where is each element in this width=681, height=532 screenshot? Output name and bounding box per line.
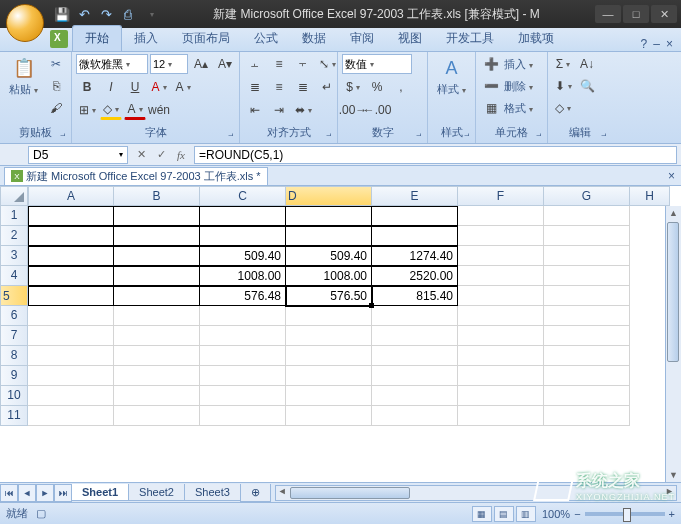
- inc-decimal-icon[interactable]: .00→: [342, 100, 364, 120]
- fill-icon[interactable]: ⬇: [552, 76, 574, 96]
- normal-view-icon[interactable]: ▦: [472, 506, 492, 522]
- find-icon[interactable]: 🔍: [576, 76, 598, 96]
- clear-icon[interactable]: ◇: [552, 98, 574, 118]
- col-header[interactable]: F: [458, 186, 544, 206]
- cell[interactable]: [458, 366, 544, 386]
- row-header[interactable]: 11: [0, 406, 28, 426]
- cell[interactable]: [286, 406, 372, 426]
- cell[interactable]: [28, 306, 114, 326]
- row-header[interactable]: 3: [0, 246, 28, 266]
- cell[interactable]: [458, 386, 544, 406]
- shrink-font-icon[interactable]: A▾: [214, 54, 236, 74]
- save-icon[interactable]: 💾: [54, 6, 70, 22]
- redo-icon[interactable]: ↷: [98, 6, 114, 22]
- tab-review[interactable]: 审阅: [338, 26, 386, 51]
- print-icon[interactable]: ⎙: [120, 6, 136, 22]
- cell[interactable]: [372, 206, 458, 226]
- sheet-nav-prev-icon[interactable]: ◄: [18, 484, 36, 502]
- border-icon[interactable]: ⊞: [76, 100, 98, 120]
- cell[interactable]: [286, 366, 372, 386]
- vertical-scrollbar[interactable]: [665, 206, 681, 482]
- horizontal-scrollbar[interactable]: [275, 485, 677, 501]
- underline-button[interactable]: U: [124, 77, 146, 97]
- tab-data[interactable]: 数据: [290, 26, 338, 51]
- format-cells-button[interactable]: 格式: [504, 101, 533, 116]
- zoom-level[interactable]: 100%: [542, 508, 570, 520]
- percent-icon[interactable]: %: [366, 77, 388, 97]
- macro-record-icon[interactable]: ▢: [36, 507, 46, 520]
- sheet-tab[interactable]: Sheet2: [128, 484, 185, 501]
- cell[interactable]: [372, 386, 458, 406]
- vscroll-thumb[interactable]: [667, 222, 679, 362]
- cell[interactable]: 1274.40: [372, 246, 458, 266]
- cell[interactable]: [114, 266, 200, 286]
- name-box[interactable]: D5▾: [28, 146, 128, 164]
- sheet-nav-first-icon[interactable]: ⏮: [0, 484, 18, 502]
- font-small-a-icon[interactable]: A: [172, 77, 194, 97]
- row-header[interactable]: 10: [0, 386, 28, 406]
- enter-formula-icon[interactable]: ✓: [152, 146, 170, 164]
- cell[interactable]: [200, 306, 286, 326]
- col-header-active[interactable]: D: [286, 186, 372, 206]
- cell[interactable]: 1008.00: [286, 266, 372, 286]
- insert-cells-button[interactable]: 插入: [504, 57, 533, 72]
- sheet-nav-next-icon[interactable]: ►: [36, 484, 54, 502]
- merge-icon[interactable]: ⬌: [292, 100, 314, 120]
- cell[interactable]: [28, 346, 114, 366]
- copy-icon[interactable]: ⎘: [45, 76, 67, 96]
- cell[interactable]: [114, 406, 200, 426]
- styles-button[interactable]: A 样式: [432, 54, 471, 99]
- col-header[interactable]: B: [114, 186, 200, 206]
- cancel-formula-icon[interactable]: ✕: [132, 146, 150, 164]
- cell[interactable]: [28, 366, 114, 386]
- formula-bar[interactable]: =ROUND(C5,1): [194, 146, 677, 164]
- maximize-button[interactable]: □: [623, 5, 649, 23]
- cell[interactable]: [200, 206, 286, 226]
- cell[interactable]: [286, 306, 372, 326]
- cell[interactable]: [458, 206, 544, 226]
- cell[interactable]: [544, 326, 630, 346]
- qat-more-icon[interactable]: [142, 6, 158, 22]
- cell[interactable]: [114, 206, 200, 226]
- sheet-nav-last-icon[interactable]: ⏭: [54, 484, 72, 502]
- align-top-icon[interactable]: ⫠: [244, 54, 266, 74]
- zoom-slider[interactable]: [585, 512, 665, 516]
- cell[interactable]: [458, 406, 544, 426]
- cell[interactable]: 576.48: [200, 286, 286, 306]
- cell[interactable]: [458, 246, 544, 266]
- cell[interactable]: [458, 326, 544, 346]
- align-left-icon[interactable]: ≣: [244, 77, 266, 97]
- italic-button[interactable]: I: [100, 77, 122, 97]
- insert-cells-icon[interactable]: ➕: [480, 54, 502, 74]
- office-button[interactable]: [6, 4, 44, 42]
- tab-layout[interactable]: 页面布局: [170, 26, 242, 51]
- cell[interactable]: [114, 326, 200, 346]
- cell[interactable]: [286, 326, 372, 346]
- col-header[interactable]: H: [630, 186, 670, 206]
- phonetic-icon[interactable]: wén: [148, 100, 170, 120]
- ribbon-min-icon[interactable]: –: [653, 37, 660, 51]
- cell[interactable]: [114, 246, 200, 266]
- col-header[interactable]: A: [28, 186, 114, 206]
- cell[interactable]: 2520.00: [372, 266, 458, 286]
- wrap-text-icon[interactable]: ↵: [316, 77, 338, 97]
- cell[interactable]: [28, 206, 114, 226]
- fill-color-icon[interactable]: ◇: [100, 100, 122, 120]
- cell[interactable]: [458, 226, 544, 246]
- cell[interactable]: [458, 306, 544, 326]
- cell[interactable]: [544, 266, 630, 286]
- cell[interactable]: [372, 366, 458, 386]
- cut-icon[interactable]: ✂: [45, 54, 67, 74]
- cell[interactable]: [372, 226, 458, 246]
- font-size-select[interactable]: 12: [150, 54, 188, 74]
- row-header-active[interactable]: 5: [0, 286, 28, 306]
- font-large-a-icon[interactable]: A: [148, 77, 170, 97]
- cell[interactable]: [28, 286, 114, 306]
- tab-insert[interactable]: 插入: [122, 26, 170, 51]
- cell[interactable]: 815.40: [372, 286, 458, 306]
- cell[interactable]: [286, 386, 372, 406]
- cell[interactable]: [114, 346, 200, 366]
- row-header[interactable]: 8: [0, 346, 28, 366]
- col-header[interactable]: G: [544, 186, 630, 206]
- cell[interactable]: [372, 406, 458, 426]
